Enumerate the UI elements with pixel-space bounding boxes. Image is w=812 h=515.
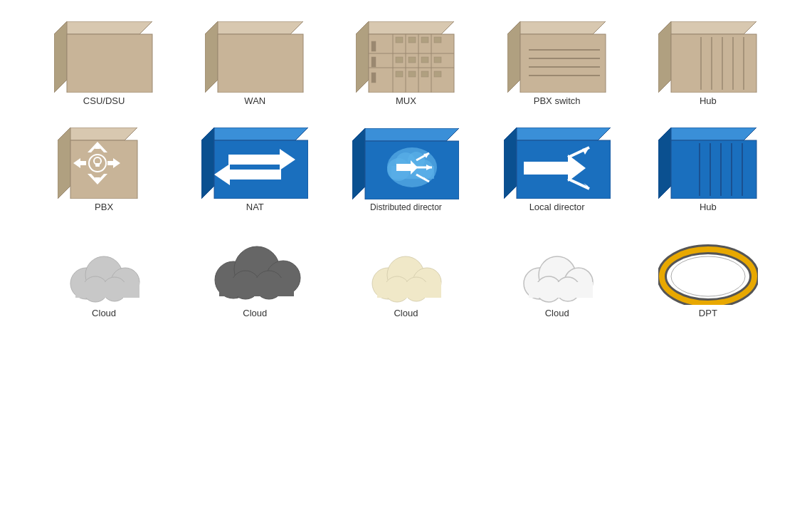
nat-label: NAT [246, 202, 264, 212]
row-1: CSU/DSU WAN [0, 0, 812, 106]
local-director-icon [504, 128, 611, 199]
svg-rect-18 [434, 37, 441, 43]
wan-label: WAN [244, 95, 265, 106]
cloud-white-label: Cloud [545, 308, 569, 318]
svg-rect-27 [371, 41, 376, 51]
svg-marker-7 [356, 21, 369, 93]
distributed-director-label: Distributed director [370, 202, 442, 212]
cloud-dark-label: Cloud [243, 308, 267, 318]
svg-marker-38 [658, 21, 671, 93]
cloud-cream-icon [356, 241, 455, 305]
row-3: Cloud Cloud [0, 212, 812, 318]
svg-rect-20 [408, 57, 416, 63]
svg-marker-58 [201, 128, 308, 140]
svg-rect-19 [396, 57, 403, 63]
row-2: PBX NAT [0, 106, 812, 212]
pbx-switch-label: PBX switch [534, 95, 581, 106]
item-pbx-switch: PBX switch [497, 21, 618, 106]
hub-tan-icon [658, 21, 758, 93]
cloud-cream-label: Cloud [394, 308, 418, 318]
svg-marker-6 [356, 21, 454, 34]
svg-marker-63 [352, 128, 459, 141]
svg-rect-23 [396, 71, 403, 77]
svg-rect-16 [408, 37, 416, 43]
item-local-director: Local director [497, 128, 618, 212]
svg-rect-32 [520, 34, 606, 93]
dpt-icon [658, 241, 758, 305]
local-director-label: Local director [529, 202, 585, 212]
item-cloud-cream: Cloud [345, 241, 466, 318]
svg-rect-26 [434, 71, 441, 77]
svg-marker-37 [658, 21, 756, 34]
item-cloud-white: Cloud [497, 241, 618, 318]
svg-rect-2 [67, 34, 152, 93]
item-hub-tan: Hub [648, 21, 769, 106]
svg-rect-22 [434, 57, 441, 63]
svg-marker-4 [205, 21, 218, 93]
pbx-switch-icon [507, 21, 607, 93]
cloud-white-icon [507, 241, 607, 305]
svg-marker-3 [205, 21, 303, 34]
svg-marker-46 [58, 128, 70, 199]
hub-blue-icon [658, 128, 758, 199]
item-cloud-dark: Cloud [194, 234, 315, 318]
pbx-label: PBX [95, 202, 113, 212]
item-mux: MUX [345, 21, 466, 106]
item-pbx: PBX [43, 128, 164, 212]
cloud-light-icon [54, 241, 154, 305]
svg-rect-107 [219, 278, 294, 296]
svg-marker-80 [504, 128, 517, 199]
svg-rect-89 [671, 140, 756, 199]
svg-rect-55 [95, 163, 100, 167]
svg-marker-88 [658, 128, 671, 199]
csu-dsu-label: CSU/DSU [83, 95, 125, 106]
svg-marker-31 [507, 21, 520, 93]
svg-rect-101 [75, 294, 139, 298]
svg-marker-30 [507, 21, 606, 34]
pbx-icon [58, 128, 150, 199]
dpt-label: DPT [699, 308, 717, 318]
svg-rect-8 [369, 34, 454, 93]
svg-rect-21 [421, 57, 428, 63]
item-hub-blue: Hub [648, 128, 769, 212]
item-cloud-light: Cloud [43, 241, 164, 318]
svg-rect-29 [371, 73, 376, 83]
svg-rect-25 [421, 71, 428, 77]
svg-rect-119 [529, 282, 593, 298]
cloud-light-label: Cloud [92, 308, 116, 318]
svg-marker-0 [54, 21, 152, 34]
svg-marker-64 [352, 128, 365, 199]
svg-rect-15 [396, 37, 403, 43]
svg-rect-5 [218, 34, 303, 93]
item-wan: WAN [194, 21, 315, 106]
item-csu-dsu: CSU/DSU [43, 21, 164, 106]
svg-marker-87 [658, 128, 756, 140]
svg-rect-17 [421, 37, 428, 43]
svg-rect-28 [371, 57, 376, 67]
main-container: CSU/DSU WAN [0, 0, 812, 515]
wan-icon [205, 21, 305, 93]
csu-dsu-icon [54, 21, 154, 93]
svg-rect-113 [377, 282, 441, 298]
svg-marker-1 [54, 21, 67, 93]
svg-marker-79 [504, 128, 611, 140]
mux-icon [356, 21, 455, 93]
item-dpt: DPT [648, 241, 769, 318]
hub-blue-label: Hub [700, 202, 717, 212]
svg-rect-24 [408, 71, 416, 77]
svg-point-123 [671, 256, 745, 296]
hub-tan-label: Hub [700, 95, 717, 106]
cloud-dark-icon [201, 234, 308, 305]
item-distributed-director: Distributed director [345, 128, 466, 212]
mux-label: MUX [396, 95, 416, 106]
nat-icon [201, 128, 308, 199]
svg-marker-59 [201, 128, 214, 199]
item-nat: NAT [194, 128, 315, 212]
distributed-director-icon [352, 128, 459, 199]
